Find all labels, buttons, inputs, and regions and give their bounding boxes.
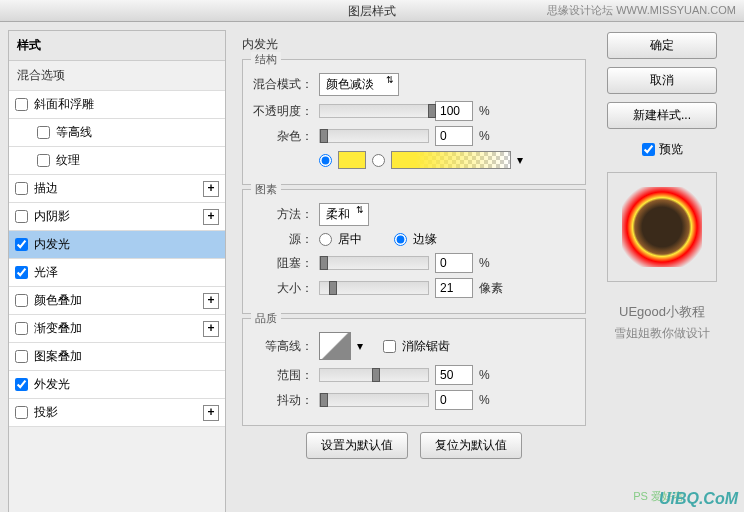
jitter-input[interactable] — [435, 390, 473, 410]
style-checkbox[interactable] — [15, 182, 28, 195]
add-effect-icon[interactable]: + — [203, 321, 219, 337]
jitter-slider[interactable] — [319, 393, 429, 407]
preview-thumbnail — [607, 172, 717, 282]
watermark-uibq: UiBQ.CoM — [659, 490, 738, 508]
style-checkbox[interactable] — [15, 406, 28, 419]
contour-picker[interactable] — [319, 332, 351, 360]
blend-mode-select[interactable]: 颜色减淡 — [319, 73, 399, 96]
add-effect-icon[interactable]: + — [203, 405, 219, 421]
source-edge-radio[interactable] — [394, 233, 407, 246]
ok-button[interactable]: 确定 — [607, 32, 717, 59]
styles-header: 样式 — [9, 31, 225, 61]
style-label: 纹理 — [56, 152, 80, 169]
range-label: 范围： — [253, 367, 313, 384]
style-label: 渐变叠加 — [34, 320, 82, 337]
style-label: 颜色叠加 — [34, 292, 82, 309]
style-label: 投影 — [34, 404, 58, 421]
blend-mode-label: 混合模式： — [253, 76, 313, 93]
style-row-8[interactable]: 渐变叠加+ — [9, 315, 225, 343]
effect-title: 内发光 — [238, 34, 590, 55]
opacity-label: 不透明度： — [253, 103, 313, 120]
preview-label: 预览 — [659, 141, 683, 158]
reset-default-button[interactable]: 复位为默认值 — [420, 432, 522, 459]
styles-list-panel: 样式 混合选项 斜面和浮雕等高线纹理描边+内阴影+内发光光泽颜色叠加+渐变叠加+… — [8, 30, 226, 512]
source-center-radio[interactable] — [319, 233, 332, 246]
gradient-dropdown-icon[interactable]: ▾ — [517, 153, 523, 167]
method-select[interactable]: 柔和 — [319, 203, 369, 226]
style-label: 斜面和浮雕 — [34, 96, 94, 113]
style-checkbox[interactable] — [15, 98, 28, 111]
add-effect-icon[interactable]: + — [203, 209, 219, 225]
gradient-swatch[interactable] — [391, 151, 511, 169]
pct-unit: % — [479, 104, 490, 118]
style-row-10[interactable]: 外发光 — [9, 371, 225, 399]
range-slider[interactable] — [319, 368, 429, 382]
style-checkbox[interactable] — [15, 350, 28, 363]
set-default-button[interactable]: 设置为默认值 — [306, 432, 408, 459]
corner-watermark: 思缘设计论坛 WWW.MISSYUAN.COM — [547, 3, 736, 18]
style-row-5[interactable]: 内发光 — [9, 231, 225, 259]
source-center-label: 居中 — [338, 231, 362, 248]
group-title-elements: 图素 — [251, 182, 281, 197]
size-input[interactable] — [435, 278, 473, 298]
color-solid-radio[interactable] — [319, 154, 332, 167]
source-label: 源： — [253, 231, 313, 248]
preview-checkbox[interactable] — [642, 143, 655, 156]
method-label: 方法： — [253, 206, 313, 223]
group-title-structure: 结构 — [251, 52, 281, 67]
dialog-title: 图层样式 — [348, 4, 396, 18]
style-row-6[interactable]: 光泽 — [9, 259, 225, 287]
contour-dropdown-icon[interactable]: ▾ — [357, 339, 363, 353]
source-edge-label: 边缘 — [413, 231, 437, 248]
style-row-11[interactable]: 投影+ — [9, 399, 225, 427]
style-label: 描边 — [34, 180, 58, 197]
color-swatch[interactable] — [338, 151, 366, 169]
style-checkbox[interactable] — [15, 378, 28, 391]
style-checkbox[interactable] — [15, 238, 28, 251]
choke-slider[interactable] — [319, 256, 429, 270]
style-label: 图案叠加 — [34, 348, 82, 365]
quality-group: 品质 等高线： ▾ 消除锯齿 范围： % 抖动： % — [242, 318, 586, 426]
preview-image — [622, 187, 702, 267]
choke-input[interactable] — [435, 253, 473, 273]
antialias-checkbox[interactable] — [383, 340, 396, 353]
style-checkbox[interactable] — [15, 210, 28, 223]
structure-group: 结构 混合模式： 颜色减淡 不透明度： % 杂色： % — [242, 59, 586, 185]
elements-group: 图素 方法： 柔和 源： 居中 边缘 阻塞： % 大小： — [242, 189, 586, 314]
blend-options-row[interactable]: 混合选项 — [9, 61, 225, 91]
choke-label: 阻塞： — [253, 255, 313, 272]
add-effect-icon[interactable]: + — [203, 181, 219, 197]
new-style-button[interactable]: 新建样式... — [607, 102, 717, 129]
right-panel: 确定 取消 新建样式... 预览 UEgood小教程 雪姐姐教你做设计 — [602, 30, 722, 512]
style-label: 光泽 — [34, 264, 58, 281]
style-row-1[interactable]: 等高线 — [9, 119, 225, 147]
style-row-2[interactable]: 纹理 — [9, 147, 225, 175]
style-checkbox[interactable] — [15, 294, 28, 307]
style-checkbox[interactable] — [37, 154, 50, 167]
style-label: 等高线 — [56, 124, 92, 141]
opacity-slider[interactable] — [319, 104, 429, 118]
style-row-9[interactable]: 图案叠加 — [9, 343, 225, 371]
style-row-4[interactable]: 内阴影+ — [9, 203, 225, 231]
group-title-quality: 品质 — [251, 311, 281, 326]
style-checkbox[interactable] — [37, 126, 50, 139]
tutorial-text: UEgood小教程 雪姐姐教你做设计 — [614, 300, 710, 345]
add-effect-icon[interactable]: + — [203, 293, 219, 309]
style-row-3[interactable]: 描边+ — [9, 175, 225, 203]
range-input[interactable] — [435, 365, 473, 385]
style-label: 内阴影 — [34, 208, 70, 225]
style-checkbox[interactable] — [15, 322, 28, 335]
style-row-7[interactable]: 颜色叠加+ — [9, 287, 225, 315]
noise-slider[interactable] — [319, 129, 429, 143]
settings-panel: 内发光 结构 混合模式： 颜色减淡 不透明度： % 杂色： % — [234, 30, 594, 512]
cancel-button[interactable]: 取消 — [607, 67, 717, 94]
opacity-input[interactable] — [435, 101, 473, 121]
style-row-0[interactable]: 斜面和浮雕 — [9, 91, 225, 119]
jitter-label: 抖动： — [253, 392, 313, 409]
color-gradient-radio[interactable] — [372, 154, 385, 167]
noise-input[interactable] — [435, 126, 473, 146]
dialog-body: 样式 混合选项 斜面和浮雕等高线纹理描边+内阴影+内发光光泽颜色叠加+渐变叠加+… — [0, 22, 744, 512]
size-slider[interactable] — [319, 281, 429, 295]
style-checkbox[interactable] — [15, 266, 28, 279]
px-unit: 像素 — [479, 280, 503, 297]
